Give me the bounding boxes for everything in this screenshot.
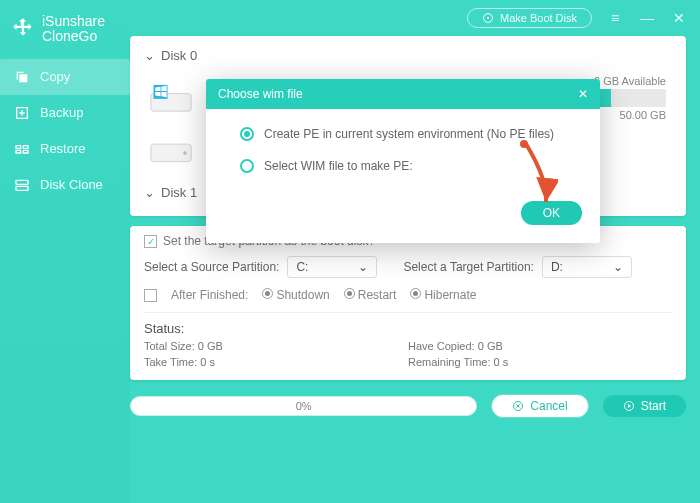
chevron-down-icon: ⌄ [613,260,623,274]
disk1-label: Disk 1 [161,185,197,200]
ok-button[interactable]: OK [521,201,582,225]
make-boot-label: Make Boot Disk [500,12,577,24]
brand-line1: iSunshare [42,14,105,29]
radio-off-icon [240,159,254,173]
radio-create-pe[interactable]: Create PE in current system environment … [240,127,582,141]
after-finished-label: After Finished: [171,288,248,302]
status-copied: Have Copied: 0 GB [408,340,672,352]
svg-rect-0 [16,180,28,184]
sidebar: iSunshareCloneGo Copy Backup Restore Dis… [0,0,130,503]
source-value: C: [296,260,308,274]
status-take: Take Time: 0 s [144,356,408,368]
target-partition-select[interactable]: D: ⌄ [542,256,632,278]
status-block: Status: Total Size: 0 GB Have Copied: 0 … [144,312,672,368]
cancel-button[interactable]: Cancel [491,394,588,418]
status-total: Total Size: 0 GB [144,340,408,352]
start-label: Start [641,399,666,413]
modal-header: Choose wim file ✕ [206,79,600,109]
chevron-down-icon: ⌄ [144,185,155,200]
nav-backup[interactable]: Backup [0,95,130,131]
drive-icon [150,137,192,167]
target-value: D: [551,260,563,274]
status-title: Status: [144,321,672,336]
radio-select-wim[interactable]: Select WIM file to make PE: [240,159,582,173]
backup-icon [14,105,30,121]
disk0-label: Disk 0 [161,48,197,63]
start-button[interactable]: Start [603,395,686,417]
progress-text: 0% [296,400,312,412]
nav-copy[interactable]: Copy [0,59,130,95]
radio-restart[interactable]: Restart [344,288,397,302]
brand: iSunshareCloneGo [0,8,130,59]
modal-close-icon[interactable]: ✕ [578,87,588,101]
progress-bar: 0% [130,396,477,416]
svg-rect-1 [16,186,28,190]
after-finished-checkbox[interactable]: ✓ [144,289,157,302]
status-remain: Remaining Time: 0 s [408,356,672,368]
svg-point-7 [183,151,187,155]
options-panel: ✓ Set the target partition as the boot d… [130,226,686,380]
nav-diskclone[interactable]: Disk Clone [0,167,130,203]
chevron-down-icon: ⌄ [358,260,368,274]
topbar: Make Boot Disk ≡ — ✕ [130,0,700,36]
source-label: Select a Source Partition: [144,260,279,274]
radio-select-wim-label: Select WIM file to make PE: [264,159,413,173]
radio-create-pe-label: Create PE in current system environment … [264,127,554,141]
footer: 0% Cancel Start [130,390,686,428]
make-boot-disk-button[interactable]: Make Boot Disk [467,8,592,28]
modal-title: Choose wim file [218,87,303,101]
disc-icon [482,12,494,24]
chevron-down-icon: ⌄ [144,48,155,63]
copy-icon [14,69,30,85]
play-icon [623,400,635,412]
minimize-icon[interactable]: — [638,9,656,27]
cancel-icon [512,400,524,412]
close-icon[interactable]: ✕ [670,9,688,27]
brand-line2: CloneGo [42,29,105,44]
radio-on-icon [240,127,254,141]
nav-copy-label: Copy [40,69,70,84]
menu-icon[interactable]: ≡ [606,9,624,27]
nav-restore-label: Restore [40,141,86,156]
windows-drive-icon [150,83,192,113]
cancel-label: Cancel [530,399,567,413]
disk0-header[interactable]: ⌄ Disk 0 [144,44,672,67]
radio-hibernate[interactable]: Hibernate [410,288,476,302]
svg-point-3 [487,17,489,19]
brand-logo-icon [10,16,36,42]
nav-restore[interactable]: Restore [0,131,130,167]
radio-shutdown[interactable]: Shutdown [262,288,329,302]
choose-wim-modal: Choose wim file ✕ Create PE in current s… [206,79,600,243]
source-partition-select[interactable]: C: ⌄ [287,256,377,278]
nav-diskclone-label: Disk Clone [40,177,103,192]
nav-backup-label: Backup [40,105,83,120]
diskclone-icon [14,177,30,193]
target-label: Select a Target Partition: [403,260,534,274]
restore-icon [14,141,30,157]
checkbox-checked-icon: ✓ [144,235,157,248]
